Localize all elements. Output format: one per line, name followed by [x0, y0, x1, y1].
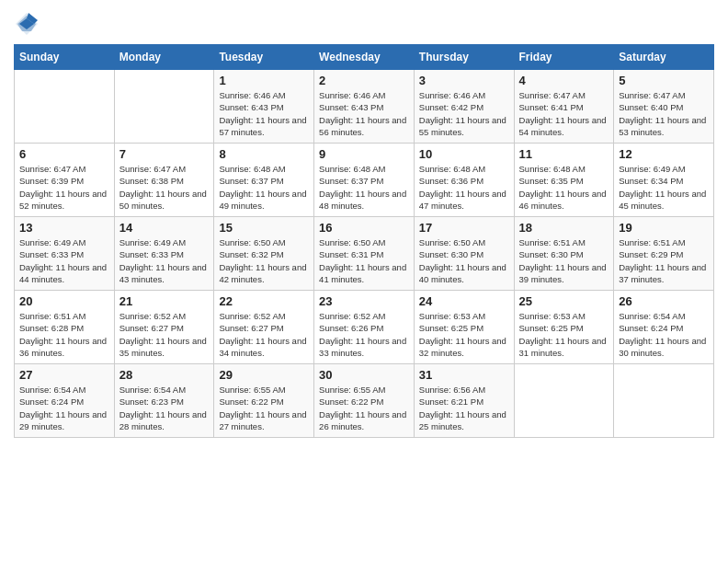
col-wednesday: Wednesday: [314, 45, 415, 70]
day-info: Sunrise: 6:52 AMSunset: 6:27 PMDaylight:…: [119, 310, 210, 359]
day-info: Sunrise: 6:54 AMSunset: 6:24 PMDaylight:…: [619, 310, 709, 359]
day-info: Sunrise: 6:50 AMSunset: 6:31 PMDaylight:…: [319, 236, 409, 285]
day-info: Sunrise: 6:48 AMSunset: 6:37 PMDaylight:…: [319, 163, 409, 212]
calendar-table: Sunday Monday Tuesday Wednesday Thursday…: [14, 44, 714, 438]
week-row-2: 6Sunrise: 6:47 AMSunset: 6:39 PMDaylight…: [15, 144, 714, 217]
day-number: 14: [119, 221, 210, 235]
col-monday: Monday: [114, 45, 214, 70]
day-number: 18: [519, 221, 609, 235]
day-cell: 21Sunrise: 6:52 AMSunset: 6:27 PMDayligh…: [114, 291, 214, 364]
day-number: 20: [19, 294, 109, 308]
calendar-page: Sunday Monday Tuesday Wednesday Thursday…: [0, 0, 728, 563]
day-info: Sunrise: 6:55 AMSunset: 6:22 PMDaylight:…: [319, 384, 409, 432]
day-number: 9: [319, 147, 409, 161]
day-number: 24: [419, 294, 509, 308]
day-cell: 1Sunrise: 6:46 AMSunset: 6:43 PMDaylight…: [214, 70, 314, 144]
day-info: Sunrise: 6:54 AMSunset: 6:24 PMDaylight:…: [19, 384, 109, 432]
day-number: 28: [119, 368, 210, 382]
day-cell: [614, 364, 714, 438]
day-info: Sunrise: 6:54 AMSunset: 6:23 PMDaylight:…: [119, 384, 210, 432]
day-cell: 6Sunrise: 6:47 AMSunset: 6:39 PMDaylight…: [15, 144, 115, 217]
day-number: 1: [219, 74, 309, 87]
day-number: 29: [219, 368, 309, 382]
day-cell: [514, 364, 614, 438]
day-info: Sunrise: 6:51 AMSunset: 6:30 PMDaylight:…: [519, 236, 609, 285]
day-number: 5: [619, 74, 709, 87]
day-number: 11: [519, 147, 609, 161]
day-info: Sunrise: 6:50 AMSunset: 6:30 PMDaylight:…: [419, 236, 509, 285]
day-cell: 16Sunrise: 6:50 AMSunset: 6:31 PMDayligh…: [314, 217, 415, 291]
day-cell: 5Sunrise: 6:47 AMSunset: 6:40 PMDaylight…: [614, 70, 714, 144]
day-info: Sunrise: 6:48 AMSunset: 6:35 PMDaylight:…: [519, 163, 609, 212]
header-row: Sunday Monday Tuesday Wednesday Thursday…: [15, 45, 714, 70]
day-cell: [114, 70, 214, 144]
day-info: Sunrise: 6:50 AMSunset: 6:32 PMDaylight:…: [219, 236, 309, 285]
day-cell: 14Sunrise: 6:49 AMSunset: 6:33 PMDayligh…: [114, 217, 214, 291]
day-number: 16: [319, 221, 409, 235]
day-info: Sunrise: 6:46 AMSunset: 6:43 PMDaylight:…: [319, 89, 409, 138]
day-info: Sunrise: 6:48 AMSunset: 6:37 PMDaylight:…: [219, 163, 309, 212]
day-number: 31: [419, 368, 509, 382]
day-cell: 11Sunrise: 6:48 AMSunset: 6:35 PMDayligh…: [514, 144, 614, 217]
day-cell: 13Sunrise: 6:49 AMSunset: 6:33 PMDayligh…: [15, 217, 115, 291]
day-info: Sunrise: 6:56 AMSunset: 6:21 PMDaylight:…: [419, 384, 509, 432]
day-cell: 23Sunrise: 6:52 AMSunset: 6:26 PMDayligh…: [314, 291, 415, 364]
day-info: Sunrise: 6:49 AMSunset: 6:34 PMDaylight:…: [619, 163, 709, 212]
day-info: Sunrise: 6:47 AMSunset: 6:39 PMDaylight:…: [19, 163, 109, 212]
day-info: Sunrise: 6:52 AMSunset: 6:26 PMDaylight:…: [319, 310, 409, 359]
day-info: Sunrise: 6:48 AMSunset: 6:36 PMDaylight:…: [419, 163, 509, 212]
day-info: Sunrise: 6:46 AMSunset: 6:43 PMDaylight:…: [219, 89, 309, 138]
day-cell: 2Sunrise: 6:46 AMSunset: 6:43 PMDaylight…: [314, 70, 415, 144]
col-sunday: Sunday: [15, 45, 115, 70]
day-number: 26: [619, 294, 709, 308]
day-cell: 27Sunrise: 6:54 AMSunset: 6:24 PMDayligh…: [15, 364, 115, 438]
day-cell: [15, 70, 115, 144]
week-row-4: 20Sunrise: 6:51 AMSunset: 6:28 PMDayligh…: [15, 291, 714, 364]
day-cell: 4Sunrise: 6:47 AMSunset: 6:41 PMDaylight…: [514, 70, 614, 144]
day-number: 7: [119, 147, 210, 161]
day-cell: 17Sunrise: 6:50 AMSunset: 6:30 PMDayligh…: [414, 217, 514, 291]
day-number: 2: [319, 74, 409, 87]
day-info: Sunrise: 6:52 AMSunset: 6:27 PMDaylight:…: [219, 310, 309, 359]
day-cell: 28Sunrise: 6:54 AMSunset: 6:23 PMDayligh…: [114, 364, 214, 438]
day-number: 22: [219, 294, 309, 308]
day-info: Sunrise: 6:47 AMSunset: 6:38 PMDaylight:…: [119, 163, 210, 212]
day-cell: 18Sunrise: 6:51 AMSunset: 6:30 PMDayligh…: [514, 217, 614, 291]
day-info: Sunrise: 6:46 AMSunset: 6:42 PMDaylight:…: [419, 89, 509, 138]
day-cell: 12Sunrise: 6:49 AMSunset: 6:34 PMDayligh…: [614, 144, 714, 217]
day-info: Sunrise: 6:47 AMSunset: 6:41 PMDaylight:…: [519, 89, 609, 138]
day-number: 30: [319, 368, 409, 382]
day-info: Sunrise: 6:53 AMSunset: 6:25 PMDaylight:…: [419, 310, 509, 359]
day-number: 25: [519, 294, 609, 308]
day-info: Sunrise: 6:55 AMSunset: 6:22 PMDaylight:…: [219, 384, 309, 432]
day-cell: 20Sunrise: 6:51 AMSunset: 6:28 PMDayligh…: [15, 291, 115, 364]
day-number: 19: [619, 221, 709, 235]
day-number: 23: [319, 294, 409, 308]
day-info: Sunrise: 6:51 AMSunset: 6:28 PMDaylight:…: [19, 310, 109, 359]
day-number: 17: [419, 221, 509, 235]
day-number: 8: [219, 147, 309, 161]
day-cell: 24Sunrise: 6:53 AMSunset: 6:25 PMDayligh…: [414, 291, 514, 364]
day-cell: 25Sunrise: 6:53 AMSunset: 6:25 PMDayligh…: [514, 291, 614, 364]
day-info: Sunrise: 6:51 AMSunset: 6:29 PMDaylight:…: [619, 236, 709, 285]
day-number: 3: [419, 74, 509, 87]
day-cell: 10Sunrise: 6:48 AMSunset: 6:36 PMDayligh…: [414, 144, 514, 217]
day-cell: 7Sunrise: 6:47 AMSunset: 6:38 PMDaylight…: [114, 144, 214, 217]
day-cell: 8Sunrise: 6:48 AMSunset: 6:37 PMDaylight…: [214, 144, 314, 217]
day-cell: 26Sunrise: 6:54 AMSunset: 6:24 PMDayligh…: [614, 291, 714, 364]
header: [14, 9, 714, 37]
col-saturday: Saturday: [614, 45, 714, 70]
day-info: Sunrise: 6:49 AMSunset: 6:33 PMDaylight:…: [119, 236, 210, 285]
day-cell: 15Sunrise: 6:50 AMSunset: 6:32 PMDayligh…: [214, 217, 314, 291]
day-number: 12: [619, 147, 709, 161]
day-number: 6: [19, 147, 109, 161]
day-cell: 9Sunrise: 6:48 AMSunset: 6:37 PMDaylight…: [314, 144, 415, 217]
day-info: Sunrise: 6:47 AMSunset: 6:40 PMDaylight:…: [619, 89, 709, 138]
day-cell: 22Sunrise: 6:52 AMSunset: 6:27 PMDayligh…: [214, 291, 314, 364]
day-cell: 19Sunrise: 6:51 AMSunset: 6:29 PMDayligh…: [614, 217, 714, 291]
col-friday: Friday: [514, 45, 614, 70]
day-info: Sunrise: 6:49 AMSunset: 6:33 PMDaylight:…: [19, 236, 109, 285]
day-cell: 29Sunrise: 6:55 AMSunset: 6:22 PMDayligh…: [214, 364, 314, 438]
logo: [14, 9, 43, 37]
week-row-3: 13Sunrise: 6:49 AMSunset: 6:33 PMDayligh…: [15, 217, 714, 291]
